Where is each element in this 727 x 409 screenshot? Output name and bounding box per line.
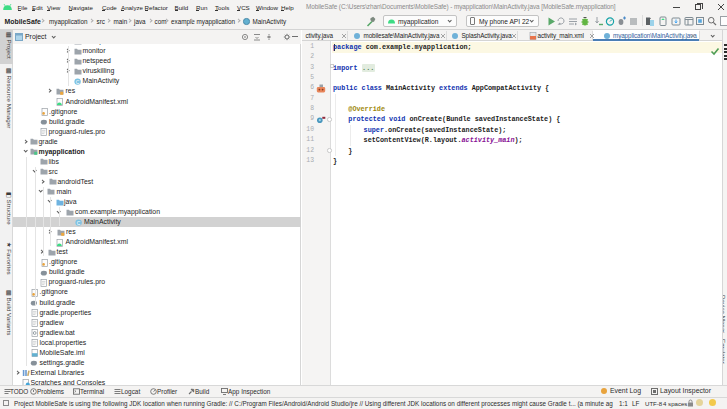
svg-text:C: C [76,219,80,225]
svg-text:C: C [76,78,80,84]
